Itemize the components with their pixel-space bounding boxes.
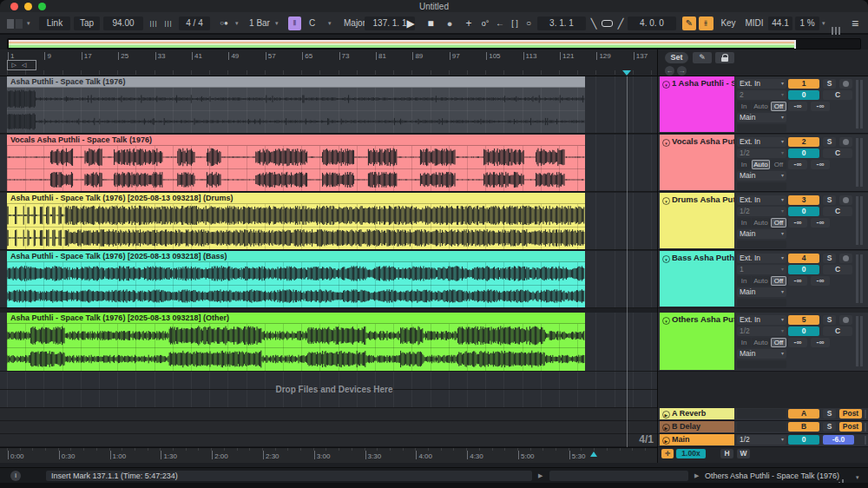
track-activator-button[interactable]: 5 [788, 315, 819, 325]
key-map-button[interactable]: Key [717, 16, 740, 30]
monitor-off-button[interactable]: Off [771, 218, 786, 228]
monitor-in-button[interactable]: In [737, 102, 751, 111]
monitor-auto-button[interactable]: Auto [752, 160, 770, 169]
output-menu[interactable]: Main▾ [737, 349, 786, 359]
track-name-cell[interactable]: ▾Others Asha Put [660, 313, 734, 370]
panel-toggle-icon-2[interactable] [16, 19, 23, 29]
draw-mode-button[interactable]: ✎ [682, 16, 696, 30]
arm-button[interactable] [839, 315, 852, 325]
track-activator-button[interactable]: 1 [788, 79, 819, 89]
status-arrow-icon-2[interactable]: ▶ [694, 472, 699, 479]
meter-value-left[interactable]: -∞ [788, 218, 807, 228]
quantization-menu[interactable]: 1 Bar [246, 16, 273, 30]
main-pan-chip[interactable]: 0 [788, 435, 819, 445]
audio-clip[interactable]: Vocals Asha Puthli - Space Talk (1976) [7, 135, 585, 191]
return-track-header[interactable]: ▶B DelayBSPost [658, 421, 868, 434]
arrangement-overview[interactable] [7, 38, 861, 49]
meter-value-left[interactable]: -∞ [788, 338, 807, 347]
input-channel-menu[interactable]: 1/2▾ [737, 326, 786, 336]
midi-map-button[interactable]: MIDI [742, 16, 766, 30]
automation-arm-button[interactable]: o° [478, 16, 492, 30]
track-io-empty-field[interactable] [737, 299, 786, 307]
crossfade-chip[interactable]: C [823, 326, 852, 336]
main-name-cell[interactable]: ▶Main [660, 434, 734, 445]
monitor-off-button[interactable]: Off [771, 102, 786, 111]
solo-button[interactable]: S [823, 254, 836, 263]
main-volume-chip[interactable]: -6.0 [823, 435, 854, 445]
return-empty-field[interactable] [737, 409, 786, 419]
solo-button[interactable]: S [823, 137, 836, 147]
tap-button[interactable]: Tap [74, 16, 100, 30]
midi-keyboard-button[interactable]: ⫵ [699, 16, 713, 30]
monitor-auto-button[interactable]: Auto [752, 218, 770, 228]
track-header[interactable]: ▾Bass Asha PuthliExt. In▾1▾InAutoOffMain… [658, 251, 868, 308]
meter-value-left[interactable]: -∞ [788, 276, 807, 286]
fold-icon[interactable]: ▾ [662, 317, 670, 325]
pan-chip[interactable]: 0 [788, 148, 819, 158]
key-root-dropdown-icon[interactable]: ▾ [328, 20, 332, 27]
track-header[interactable]: ▾Vocals Asha PutExt. In▾1/2▾InAutoOffMai… [658, 135, 868, 192]
capture-midi-button[interactable]: [ ] [508, 16, 522, 30]
arm-button[interactable] [839, 79, 852, 89]
track-lane[interactable]: Asha Puthli - Space Talk (1976) [2025-08… [0, 193, 657, 250]
punch-in-button[interactable]: ╲ [589, 16, 599, 30]
track-name-cell[interactable]: ▾1 Asha Puthli - S [660, 76, 734, 132]
input-type-menu[interactable]: Ext. In▾ [737, 254, 786, 263]
crossfade-chip[interactable]: C [823, 207, 852, 216]
ruler-pencil-button[interactable]: ✎ [693, 52, 712, 63]
zoom-level-chip[interactable]: 1.00x [676, 449, 706, 458]
track-lane[interactable]: Asha Puthli - Space Talk (1976) [0, 76, 657, 134]
metronome-icon[interactable]: ○● [214, 16, 233, 30]
forward-arrow-button[interactable]: → [677, 66, 687, 76]
cpu-dropdown-icon[interactable]: ▾ [822, 20, 825, 27]
output-menu[interactable]: Main▾ [737, 113, 786, 122]
audio-clip[interactable]: Asha Puthli - Space Talk (1976) [2025-08… [7, 313, 585, 371]
audio-clip[interactable]: Asha Puthli - Space Talk (1976) [2025-08… [7, 193, 585, 249]
fold-icon[interactable]: ▾ [662, 197, 670, 205]
loop-brace-icon[interactable]: ▷◁ [7, 60, 36, 70]
main-routing-menu[interactable]: 1/2▾ [737, 435, 786, 445]
lock-button[interactable] [715, 52, 734, 63]
monitor-off-button[interactable]: Off [771, 338, 786, 347]
loop-button[interactable] [602, 20, 613, 27]
nudge-down-button[interactable]: ||| [148, 16, 160, 30]
insert-marker-triangle[interactable] [622, 70, 631, 76]
post-toggle[interactable]: Post [839, 422, 862, 432]
punch-out-button[interactable]: ╱ [615, 16, 626, 30]
fold-icon[interactable]: ▾ [662, 255, 670, 263]
solo-button[interactable]: S [823, 195, 836, 205]
pan-chip[interactable]: 0 [788, 207, 819, 216]
bar-ruler[interactable]: 191725334149576573818997105113121129137 … [0, 49, 868, 76]
return-activator-button[interactable]: B [788, 422, 819, 432]
fold-icon[interactable]: ▾ [662, 81, 670, 89]
track-header[interactable]: ▾Drums Asha PutExt. In▾1/2▾InAutoOffMain… [658, 193, 868, 250]
track-lane[interactable]: Vocals Asha Puthli - Space Talk (1976) [0, 135, 657, 192]
track-name-cell[interactable]: ▾Vocals Asha Put [660, 135, 734, 190]
input-channel-menu[interactable]: 2▾ [737, 90, 786, 100]
monitor-in-button[interactable]: In [737, 338, 751, 347]
return-name-cell[interactable]: ▶A Reverb [660, 408, 734, 419]
track-io-empty-field[interactable] [737, 241, 786, 248]
pan-chip[interactable]: 0 [788, 265, 819, 274]
quantization-dropdown-icon[interactable]: ▾ [275, 20, 279, 27]
meter-value-right[interactable]: -∞ [811, 338, 830, 347]
return-activator-button[interactable]: A [788, 409, 819, 419]
crossfade-chip[interactable]: C [823, 90, 852, 100]
time-signature-field[interactable]: 4 / 4 [179, 16, 210, 30]
nudge-up-button[interactable]: ||| [162, 16, 174, 30]
pan-chip[interactable]: 0 [788, 90, 819, 100]
crossfade-chip[interactable]: C [823, 148, 852, 158]
track-name-cell[interactable]: ▾Drums Asha Put [660, 193, 734, 248]
input-channel-menu[interactable]: 1▾ [737, 265, 786, 274]
record-button[interactable]: ● [443, 16, 457, 30]
track-io-empty-field[interactable] [737, 360, 786, 368]
input-type-menu[interactable]: Ext. In▾ [737, 195, 786, 205]
solo-button[interactable]: S [823, 409, 836, 419]
meter-value-left[interactable]: -∞ [788, 102, 807, 111]
panel-dropdown-icon[interactable]: ▾ [27, 20, 30, 27]
loop-length-field[interactable]: 4. 0. 0 [628, 16, 676, 30]
overdub-button[interactable]: + [463, 16, 475, 30]
input-channel-menu[interactable]: 1/2▾ [737, 148, 786, 158]
audio-clip[interactable]: Asha Puthli - Space Talk (1976) [7, 76, 585, 133]
back-arrow-button[interactable]: ← [665, 66, 674, 76]
